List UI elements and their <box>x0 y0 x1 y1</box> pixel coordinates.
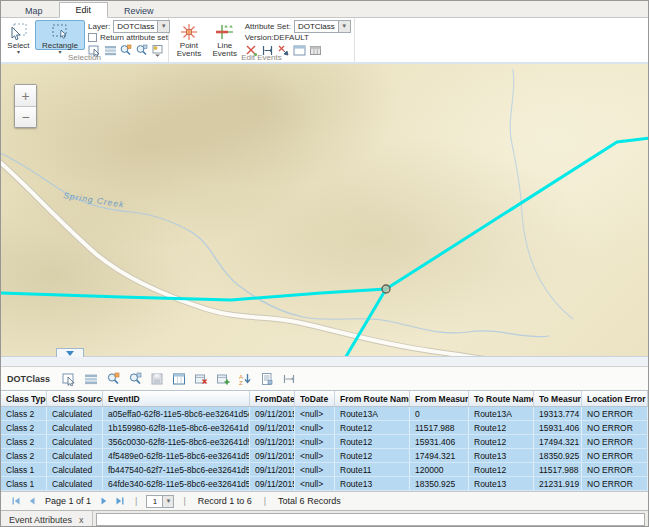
zoom-to-selected-icon[interactable] <box>104 371 121 387</box>
table-cell[interactable]: Route13 <box>469 449 534 462</box>
table-cell[interactable]: Calculated <box>47 477 103 490</box>
table-cell[interactable]: Calculated <box>47 463 103 476</box>
table-cell[interactable]: 18350.925 <box>410 477 469 490</box>
table-cell[interactable]: 09/11/2015 <box>250 463 295 476</box>
table-cell[interactable]: 120000 <box>410 463 469 476</box>
table-cell[interactable]: NO ERROR <box>582 463 648 476</box>
table-cell[interactable]: 09/11/2015 <box>250 407 295 420</box>
table-cell[interactable]: Route12 <box>335 449 410 462</box>
table-cell[interactable]: NO ERROR <box>582 421 648 434</box>
column-header[interactable]: Location Error <box>582 391 648 406</box>
table-cell[interactable]: 0 <box>410 407 469 420</box>
table-cell[interactable]: Calculated <box>47 421 103 434</box>
table-row[interactable]: Class 2Calculated356c0030-62f8-11e5-8bc6… <box>1 435 648 449</box>
table-cell[interactable]: Route12 <box>335 421 410 434</box>
table-cell[interactable]: Class 1 <box>1 477 47 490</box>
table-cell[interactable]: 09/11/2015 <box>250 421 295 434</box>
column-header[interactable]: FromDate <box>250 391 295 406</box>
table-cell[interactable]: 17494.321 <box>410 449 469 462</box>
next-page-button[interactable] <box>99 496 109 506</box>
measure-columns-icon[interactable] <box>280 371 297 387</box>
table-cell[interactable]: 21231.919 <box>534 477 582 490</box>
column-header[interactable]: From Measure <box>410 391 469 406</box>
line-events-button[interactable]: Line Events <box>208 20 242 50</box>
table-cell[interactable]: 15931.406 <box>534 421 582 434</box>
column-header[interactable]: To Measure <box>534 391 582 406</box>
attribute-set-dropdown-arrow-icon[interactable]: ▼ <box>338 20 351 33</box>
last-page-button[interactable] <box>115 496 125 506</box>
table-cell[interactable]: Route11 <box>335 463 410 476</box>
attribute-window-icon[interactable] <box>170 371 187 387</box>
table-cell[interactable]: 09/11/2015 <box>250 477 295 490</box>
table-cell[interactable]: <null> <box>295 449 335 462</box>
close-tab-icon[interactable]: x <box>79 515 84 525</box>
table-cell[interactable]: 17494.321 <box>534 435 582 448</box>
table-cell[interactable]: Class 2 <box>1 435 47 448</box>
tab-review[interactable]: Review <box>108 4 170 18</box>
table-cell[interactable]: a05effa0-62f8-11e5-8bc6-ee32641d5ec9 <box>103 407 250 420</box>
zoom-in-button[interactable]: + <box>15 85 36 106</box>
map-viewport[interactable]: Spring Creek + − <box>1 64 648 356</box>
tab-map[interactable]: Map <box>9 4 59 18</box>
attribute-report-icon[interactable] <box>258 371 275 387</box>
table-cell[interactable]: 19313.774 <box>534 407 582 420</box>
table-cell[interactable]: Calculated <box>47 449 103 462</box>
remove-record-icon[interactable] <box>192 371 209 387</box>
column-header[interactable]: To Route Name <box>469 391 534 406</box>
table-cell[interactable]: Route13 <box>335 477 410 490</box>
table-cell[interactable]: 11517.988 <box>534 463 582 476</box>
route-line-west[interactable] <box>1 289 386 300</box>
select-records-icon[interactable] <box>60 371 77 387</box>
table-cell[interactable]: Class 2 <box>1 449 47 462</box>
column-header[interactable]: Class Source <box>47 391 103 406</box>
table-cell[interactable]: 4f5489e0-62f8-11e5-8bc6-ee32641d5ec9 <box>103 449 250 462</box>
point-events-button[interactable]: Point Events <box>172 20 206 50</box>
table-cell[interactable]: Class 2 <box>1 407 47 420</box>
tab-edit[interactable]: Edit <box>59 2 109 18</box>
rectangle-tool-button[interactable]: Rectangle ▾ <box>35 20 85 50</box>
table-cell[interactable]: Calculated <box>47 435 103 448</box>
table-cell[interactable]: Class 1 <box>1 463 47 476</box>
table-cell[interactable]: Route13A <box>469 407 534 420</box>
column-header[interactable]: ToDate <box>295 391 335 406</box>
table-cell[interactable]: Class 2 <box>1 421 47 434</box>
page-number-dropdown[interactable]: 1 ▼ <box>146 495 174 508</box>
table-row[interactable]: Class 2Calculated1b159980-62f8-11e5-8bc6… <box>1 421 648 435</box>
table-cell[interactable]: <null> <box>295 435 335 448</box>
tab-event-attributes[interactable]: Event Attributes x <box>1 511 93 527</box>
layer-dropdown[interactable]: DOTClass ▼ <box>113 20 170 33</box>
table-cell[interactable]: 11517.988 <box>410 421 469 434</box>
table-cell[interactable]: Route12 <box>469 435 534 448</box>
first-page-button[interactable] <box>11 496 21 506</box>
collapse-panel-button[interactable] <box>56 348 84 357</box>
table-cell[interactable]: Route13 <box>469 477 534 490</box>
pan-to-selected-icon[interactable] <box>126 371 143 387</box>
column-header[interactable]: From Route Name <box>335 391 410 406</box>
table-row[interactable]: Class 2Calculated4f5489e0-62f8-11e5-8bc6… <box>1 449 648 463</box>
column-header[interactable]: Class Type <box>1 391 47 406</box>
table-cell[interactable]: fb447540-62f7-11e5-8bc6-ee32641d5ec9 <box>103 463 250 476</box>
return-attribute-set-checkbox[interactable] <box>88 33 97 42</box>
table-cell[interactable]: NO ERROR <box>582 449 648 462</box>
table-cell[interactable]: 1b159980-62f8-11e5-8bc6-ee32641d5ec9 <box>103 421 250 434</box>
zoom-out-button[interactable]: − <box>15 106 36 127</box>
table-cell[interactable]: 64fde340-62f8-11e5-8bc6-ee32641d5ec9 <box>103 477 250 490</box>
route-junction-marker[interactable] <box>382 285 390 293</box>
route-line-south[interactable] <box>344 289 386 356</box>
table-row[interactable]: Class 2Calculateda05effa0-62f8-11e5-8bc6… <box>1 407 648 421</box>
add-record-icon[interactable] <box>214 371 231 387</box>
table-cell[interactable]: Route12 <box>469 421 534 434</box>
table-row[interactable]: Class 1Calculated64fde340-62f8-11e5-8bc6… <box>1 477 648 491</box>
select-tool-button[interactable]: Select ▾ <box>4 20 33 50</box>
column-header[interactable]: EventID <box>103 391 250 406</box>
show-selected-rows-icon[interactable] <box>82 371 99 387</box>
sort-icon[interactable]: AZ <box>236 371 253 387</box>
table-cell[interactable]: Route12 <box>469 463 534 476</box>
table-cell[interactable]: NO ERROR <box>582 477 648 490</box>
table-cell[interactable]: 18350.925 <box>534 449 582 462</box>
table-cell[interactable]: Route12 <box>335 435 410 448</box>
table-cell[interactable]: 09/11/2015 <box>250 435 295 448</box>
table-cell[interactable]: <null> <box>295 477 335 490</box>
table-cell[interactable]: NO ERROR <box>582 407 648 420</box>
table-cell[interactable]: 09/11/2015 <box>250 449 295 462</box>
